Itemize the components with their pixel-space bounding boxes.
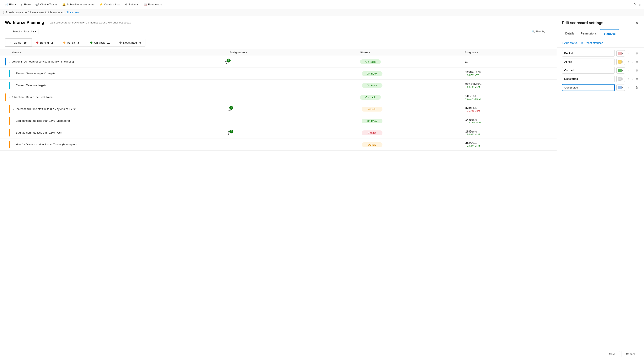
stat-not-started[interactable]: Not started 0 — [115, 39, 146, 46]
status-edit-row: ▾ ↑ ↓ 🗑 — [562, 76, 639, 82]
row-bar — [9, 117, 10, 125]
status-name-input-completed[interactable] — [562, 84, 615, 91]
stat-at-risk[interactable]: At risk 3 — [59, 39, 86, 46]
color-picker-behind[interactable]: ▾ — [616, 50, 625, 56]
tab-statuses[interactable]: Statuses — [600, 29, 619, 38]
star-icon[interactable]: ☆ — [638, 2, 642, 6]
color-picker-not-started[interactable]: ▾ — [616, 76, 625, 82]
read-mode-button[interactable]: 📖 Read mode — [142, 2, 164, 7]
status-cell: On track — [360, 60, 464, 64]
progress-sub: /15% — [471, 130, 477, 133]
color-swatch-not-started — [618, 77, 622, 80]
delete-button-at-risk[interactable]: 🗑 — [634, 60, 639, 64]
comment-icon-wrap[interactable]: 💬 2 — [225, 60, 229, 64]
delete-button-not-started[interactable]: 🗑 — [634, 76, 639, 81]
color-picker-completed[interactable]: ▾ — [616, 84, 625, 91]
file-button[interactable]: 📄 File ▾ — [2, 2, 18, 7]
stat-on-track[interactable]: On track 10 — [86, 39, 115, 46]
color-picker-at-risk[interactable]: ▾ — [616, 59, 625, 65]
chat-teams-button[interactable]: 💬 Chat in Teams — [34, 2, 60, 7]
status-name-input-behind[interactable] — [562, 50, 615, 56]
comment-icon-wrap[interactable]: 💬 2 — [228, 131, 232, 135]
expand-button[interactable]: ⌄ — [12, 107, 16, 111]
subscribe-button[interactable]: 🔔 Subscribe to scorecard — [60, 2, 96, 7]
table-row[interactable]: Hire for Diverse and Inclusive Teams (Ma… — [0, 139, 557, 150]
at-risk-label: At risk — [67, 41, 75, 44]
move-down-button-on-track[interactable]: ↓ — [630, 68, 634, 73]
status-cell: At risk — [362, 142, 465, 147]
move-up-button-not-started[interactable]: ↑ — [626, 76, 630, 81]
assigned-header-label: Assigned to — [229, 51, 245, 54]
move-up-button-on-track[interactable]: ↑ — [626, 68, 630, 73]
refresh-icon[interactable]: ↻ — [634, 2, 636, 6]
expand-button[interactable]: ⌄ — [8, 95, 12, 99]
goals-count: 15 — [24, 41, 26, 44]
delete-button-completed[interactable]: 🗑 — [634, 85, 639, 90]
reset-statuses-button[interactable]: ↺ Reset statuses — [581, 41, 603, 44]
move-up-button-at-risk[interactable]: ↑ — [626, 60, 630, 64]
stat-goals[interactable]: ✓ Goals 15 — [5, 38, 32, 47]
table-row[interactable]: ⌄ Attract and Retain the Best Talent On … — [0, 92, 557, 103]
progress-main: 49% — [465, 142, 471, 145]
comment-icon-wrap[interactable]: 💬 1 — [228, 107, 232, 111]
col-progress-header[interactable]: Progress ▾ — [465, 51, 552, 54]
move-down-button-at-risk[interactable]: ↓ — [630, 60, 634, 64]
share-button[interactable]: ↑ Share — [19, 2, 32, 7]
move-up-button-completed[interactable]: ↑ — [626, 85, 630, 90]
table-row[interactable]: Bad attrition rate less than 15% (Manage… — [0, 115, 557, 127]
add-status-label: + Add status — [562, 41, 578, 44]
status-cell: At risk — [362, 107, 465, 112]
color-swatch-behind — [618, 52, 622, 55]
row-bar — [5, 58, 6, 66]
row-controls-not-started: ↑ ↓ 🗑 — [626, 76, 639, 81]
status-name-input-at-risk[interactable] — [562, 58, 615, 65]
file-label: File — [9, 3, 14, 6]
panel-title: Edit scorecard settings — [562, 21, 603, 25]
add-status-button[interactable]: + Add status — [562, 41, 578, 44]
at-risk-count: 3 — [78, 41, 79, 44]
read-mode-icon: 📖 — [144, 3, 147, 6]
move-down-button-not-started[interactable]: ↓ — [630, 76, 634, 81]
table-row[interactable]: ⌄ deliver 1700 hours of service annually… — [0, 56, 557, 68]
color-dropdown-arrow-behind: ▾ — [622, 52, 623, 54]
info-bar: ℹ 2 goals owners don't have access to th… — [0, 9, 644, 16]
info-icon: ℹ — [3, 11, 4, 14]
row-bar — [9, 82, 10, 89]
progress-cell: 14%/15% ↑ 35.78% MoM — [465, 118, 552, 124]
settings-button[interactable]: ⚙ Settings — [123, 2, 141, 7]
create-flow-button[interactable]: ⚡ Create a flow — [98, 2, 122, 7]
save-button[interactable]: Save — [605, 351, 620, 357]
goal-name-text: Bad attrition rate less than 15% (ICs) — [16, 131, 226, 134]
stat-behind[interactable]: Behind 2 — [32, 39, 59, 46]
tab-permissions[interactable]: Permissions — [578, 29, 600, 38]
goal-name-text: Increase full time staff % to 85% by end… — [16, 107, 226, 111]
table-row[interactable]: Exceed Revenue targets On track $70.72M/… — [0, 80, 557, 92]
status-name-input-not-started[interactable] — [562, 76, 615, 82]
col-assigned-header[interactable]: Assigned to ▾ — [229, 51, 360, 54]
cancel-button[interactable]: Cancel — [622, 351, 639, 357]
color-dropdown-arrow-at-risk: ▾ — [622, 61, 623, 63]
delete-button-on-track[interactable]: 🗑 — [634, 68, 639, 73]
main-layout: Workforce Planning Team scorecard for tr… — [0, 16, 644, 360]
delete-button-behind[interactable]: 🗑 — [634, 51, 639, 56]
table-row[interactable]: ⌄ Increase full time staff % to 85% by e… — [0, 103, 557, 115]
share-now-link[interactable]: Share now. — [66, 11, 79, 14]
search-icon: 🔍 — [532, 30, 535, 33]
table-row[interactable]: Exceed Gross margin % targets On track 1… — [0, 68, 557, 80]
move-up-button-behind[interactable]: ↑ — [626, 51, 630, 56]
hierarchy-button[interactable]: Select a hierarchy ▾ — [10, 29, 38, 34]
tab-details[interactable]: Details — [562, 29, 578, 38]
col-status-header[interactable]: Status ▾ — [360, 51, 464, 54]
move-down-button-behind[interactable]: ↓ — [630, 51, 634, 56]
progress-sub: /14.6% — [474, 71, 481, 74]
table-row[interactable]: Bad attrition rate less than 15% (ICs) 💬… — [0, 127, 557, 139]
move-down-button-completed[interactable]: ↓ — [630, 85, 634, 90]
color-picker-on-track[interactable]: ▾ — [616, 67, 625, 74]
expand-button[interactable]: ⌄ — [8, 60, 12, 64]
panel-close-button[interactable]: ✕ — [635, 20, 639, 26]
col-name-header[interactable]: Name ▾ — [12, 51, 229, 54]
reset-icon: ↺ — [581, 41, 583, 44]
status-name-input-on-track[interactable] — [562, 67, 615, 74]
goal-name-cell: Bad attrition rate less than 15% (Manage… — [16, 119, 232, 123]
status-header-label: Status — [360, 51, 368, 54]
